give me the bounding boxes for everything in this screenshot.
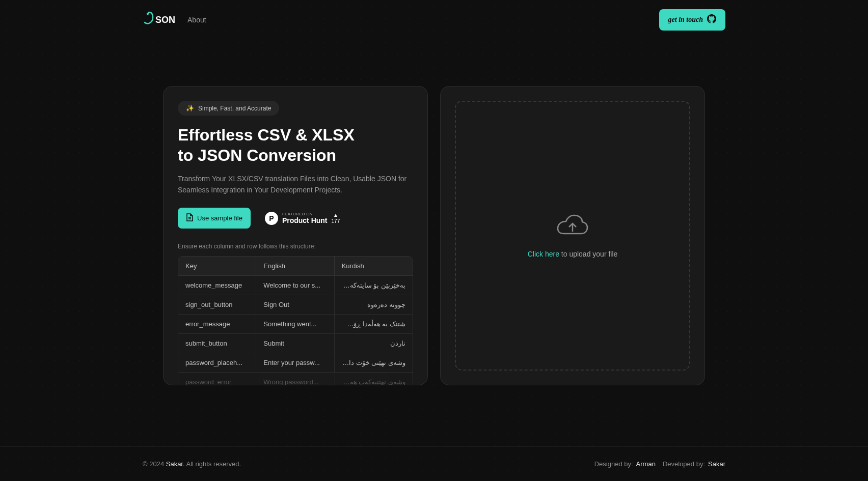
footer: © 2024 Sakar. All rights reserved. Desig… xyxy=(0,446,868,481)
badge-text: Simple, Fast, and Accurate xyxy=(198,105,271,112)
cloud-upload-icon xyxy=(556,213,589,241)
header: SON About get in touch xyxy=(0,0,868,40)
footer-credits: Designed by: Arman Developed by: Sakar xyxy=(594,460,725,468)
upload-dropzone[interactable]: Click here to upload your file xyxy=(455,101,690,371)
th-english: English xyxy=(256,257,334,275)
get-in-touch-label: get in touch xyxy=(668,16,703,24)
cell-ku: ناردن xyxy=(335,334,413,353)
cell-en: Enter your passw... xyxy=(256,353,334,372)
table-row: password_placeh... Enter your passw... و… xyxy=(178,353,413,373)
footer-copyright: © 2024 Sakar. All rights reserved. xyxy=(143,460,241,468)
table-row: password_error Wrong password... وشەی نه… xyxy=(178,373,413,385)
table-instruction: Ensure each column and row follows this … xyxy=(178,243,413,250)
sparkle-icon: ✨ xyxy=(186,104,194,112)
hero-card: ✨ Simple, Fast, and Accurate Effortless … xyxy=(163,86,428,385)
logo-j-icon xyxy=(143,11,155,29)
ph-name: Product Hunt xyxy=(282,217,328,224)
table-row: error_message Something went... شتێک بە … xyxy=(178,315,413,334)
product-hunt-icon: P xyxy=(265,212,278,225)
th-key: Key xyxy=(178,257,256,275)
logo-text: SON xyxy=(155,15,175,25)
logo[interactable]: SON xyxy=(143,11,175,29)
page-subtitle: Transform Your XLSX/CSV translation File… xyxy=(178,174,413,195)
product-hunt-badge[interactable]: P FEATURED ON Product Hunt ▲ 177 xyxy=(265,212,340,225)
cell-en: Wrong password... xyxy=(256,373,334,385)
cell-key: password_placeh... xyxy=(178,353,256,372)
file-icon xyxy=(186,213,193,223)
cell-key: password_error xyxy=(178,373,256,385)
cell-ku: شتێک بە هەڵەدا ڕۆشت xyxy=(335,315,413,333)
cell-en: Sign Out xyxy=(256,295,334,314)
page-title: Effortless CSV & XLSX to JSON Conversion xyxy=(178,125,413,165)
cell-ku: چوونە دەرەوە xyxy=(335,295,413,314)
footer-designer-link[interactable]: Arman xyxy=(636,460,656,468)
cell-key: sign_out_button xyxy=(178,295,256,314)
ph-votes: ▲ 177 xyxy=(332,213,340,224)
footer-developer-link[interactable]: Sakar xyxy=(708,460,725,468)
cell-ku: وشەی نهێنیەکەت هەڵەی... xyxy=(335,373,413,385)
hero-actions: Use sample file P FEATURED ON Product Hu… xyxy=(178,208,413,229)
sample-btn-label: Use sample file xyxy=(197,214,242,222)
upload-text: Click here to upload your file xyxy=(528,250,618,258)
cell-en: Welcome to our s... xyxy=(256,276,334,295)
table-row: sign_out_button Sign Out چوونە دەرەوە xyxy=(178,295,413,315)
upvote-icon: ▲ xyxy=(333,213,338,218)
cell-en: Submit xyxy=(256,334,334,353)
github-icon xyxy=(707,14,716,25)
cell-key: welcome_message xyxy=(178,276,256,295)
main: ✨ Simple, Fast, and Accurate Effortless … xyxy=(0,40,868,406)
upload-rest: to upload your file xyxy=(559,250,617,258)
ph-vote-count: 177 xyxy=(332,219,340,224)
table-header-row: Key English Kurdish xyxy=(178,257,413,276)
cell-key: error_message xyxy=(178,315,256,333)
cell-en: Something went... xyxy=(256,315,334,333)
cell-key: submit_button xyxy=(178,334,256,353)
table-row: welcome_message Welcome to our s... بەخێ… xyxy=(178,276,413,295)
th-kurdish: Kurdish xyxy=(335,257,413,275)
structure-table: Key English Kurdish welcome_message Welc… xyxy=(178,256,413,385)
footer-sakar-link[interactable]: Sakar xyxy=(166,460,183,468)
get-in-touch-button[interactable]: get in touch xyxy=(659,9,725,31)
click-here-link[interactable]: Click here xyxy=(528,250,559,258)
use-sample-file-button[interactable]: Use sample file xyxy=(178,208,251,229)
cell-ku: بەخێربێن بۆ سایتەکەمان xyxy=(335,276,413,295)
upload-card: Click here to upload your file xyxy=(440,86,705,385)
header-left: SON About xyxy=(143,11,206,29)
hero-badge: ✨ Simple, Fast, and Accurate xyxy=(178,101,279,116)
table-row: submit_button Submit ناردن xyxy=(178,334,413,353)
cell-ku: وشەی نهێنی خۆت داخل ب... xyxy=(335,353,413,372)
nav-about[interactable]: About xyxy=(187,16,206,24)
